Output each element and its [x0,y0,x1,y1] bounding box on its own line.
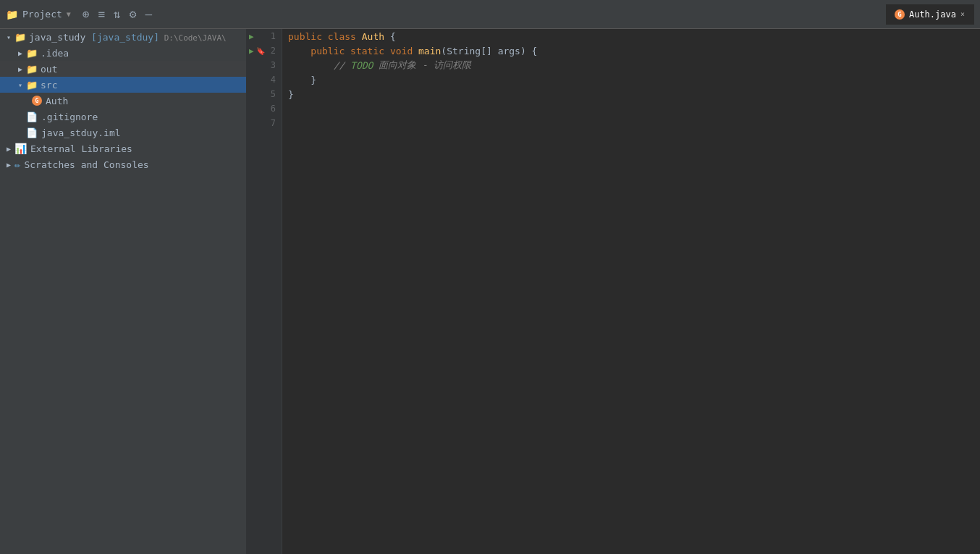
scratches-icon: ✏️ [14,159,20,170]
arrow-iml [14,127,26,138]
java-tab-icon: G [895,9,905,20]
code-line-5: } [288,87,980,101]
tree-label-scratches: Scratches and Consoles [24,159,148,170]
arrow-scratches[interactable]: ▶ [3,159,14,170]
project-dropdown-arrow[interactable]: ▼ [67,10,71,18]
add-icon[interactable]: ⊕ [83,7,90,21]
indent-2 [288,46,311,56]
folder-icon-idea: 📁 [26,48,38,59]
extlib-icon: 📊 [14,143,27,154]
brace-close-inner: } [311,75,316,85]
tree-item-idea[interactable]: ▶ 📁 .idea [0,45,246,61]
tree-item-gitignore[interactable]: 📄 .gitignore [0,109,246,125]
arrow-idea[interactable]: ▶ [14,47,26,59]
run-arrow-1[interactable]: ▶ [249,32,254,41]
code-line-6 [288,101,980,116]
arrow-java-study[interactable]: ▾ [3,31,14,43]
line-number-5: 5 [271,89,276,99]
tab-close-button[interactable]: × [960,10,965,18]
code-line-7 [288,116,980,130]
arrow-gitignore [14,111,26,122]
tree-item-scratches[interactable]: ▶ ✏️ Scratches and Consoles [0,156,246,172]
arrow-auth [26,95,32,106]
class-auth: Auth [362,31,390,42]
code-line-4: } [288,72,980,87]
bookmark-2[interactable]: 🔖 [256,47,265,55]
file-icon-iml: 📄 [26,127,38,138]
line-number-4: 4 [271,75,276,85]
comment-todo-keyword: TODO [350,60,379,71]
project-header[interactable]: 📁 Project ▼ [6,9,71,20]
tree-item-src[interactable]: ▾ 📁 src [0,77,246,93]
brace-open-2: { [532,46,538,56]
collapse-all-icon[interactable]: ≡ [98,7,105,21]
project-label: Project [22,9,62,20]
line-number-7: 7 [271,118,276,128]
tree-label-src: src [41,80,57,91]
arrow-extlib[interactable]: ▶ [3,143,14,154]
tree-item-extlib[interactable]: ▶ 📊 External Libraries [0,140,246,156]
indent-4 [288,75,311,85]
type-string: String [447,46,481,56]
gutter-line-2: ▶ 🔖 2 [246,43,282,58]
comment-slash: // [334,60,350,71]
gutter-line-4: 4 [246,72,282,87]
brace-open-1: { [390,31,396,42]
folder-icon-src: 📁 [26,80,38,91]
folder-icon-out: 📁 [26,64,38,75]
tree-label-java-study: java_study [java_stduy] D:\Code\JAVA\ [29,32,227,43]
code-line-3: // TODO 面向对象 - 访问权限 [288,58,980,72]
tree-item-auth[interactable]: G Auth [0,93,246,109]
run-arrow-2[interactable]: ▶ [249,46,254,56]
gutter-line-5: 5 [246,87,282,101]
kw-public-1: public [288,31,328,42]
code-line-1: public class Auth { [288,29,980,43]
tree-label-idea: .idea [41,48,69,59]
tree-label-auth: Auth [46,96,68,106]
line-number-6: 6 [271,104,276,114]
file-icon-gitignore: 📄 [26,112,38,122]
bracket: [] [481,46,497,56]
tree-label-gitignore: .gitignore [41,112,98,122]
titlebar: 📁 Project ▼ ⊕ ≡ ⇅ ⚙ — G Auth.java × [0,0,980,29]
java-file-icon-auth: G [32,96,42,106]
indent-3 [288,60,334,71]
paren-close: ) [520,46,532,56]
folder-icon-root: 📁 [14,32,26,43]
code-area[interactable]: public class Auth { public static void m… [282,29,980,554]
editor-content: ▶ 1 ▶ 🔖 2 3 4 5 [246,29,980,554]
gutter-line-1: ▶ 1 [246,29,282,43]
tab-bar-area: G Auth.java × [886,4,974,25]
gutter-line-6: 6 [246,101,282,116]
editor-panel[interactable]: ▶ 1 ▶ 🔖 2 3 4 5 [246,29,980,554]
line-number-3: 3 [271,60,276,70]
kw-class: class [328,31,362,42]
minimize-icon[interactable]: — [145,7,152,21]
kw-void: void [390,46,418,56]
gutter-line-7: 7 [246,116,282,130]
gutter-line-3: 3 [246,58,282,72]
auth-java-tab[interactable]: G Auth.java × [886,4,974,25]
sort-icon[interactable]: ⇅ [114,7,121,21]
kw-static: static [350,46,390,56]
project-folder-icon: 📁 [6,9,18,20]
arrow-src[interactable]: ▾ [14,79,26,91]
fn-main: main [418,46,441,56]
settings-icon[interactable]: ⚙ [130,7,137,21]
paren-open: ( [441,46,447,56]
editor-gutter: ▶ 1 ▶ 🔖 2 3 4 5 [246,29,282,554]
line-number-2: 2 [271,46,276,56]
arrow-out[interactable]: ▶ [14,63,26,75]
main-layout: ▾ 📁 java_study [java_stduy] D:\Code\JAVA… [0,29,980,554]
brace-close-outer: } [288,89,294,100]
tab-filename: Auth.java [909,9,956,20]
tree-label-extlib: External Libraries [30,143,132,154]
tree-item-java-study[interactable]: ▾ 📁 java_study [java_stduy] D:\Code\JAVA… [0,29,246,45]
param-args: args [498,46,520,56]
tree-item-out[interactable]: ▶ 📁 out [0,61,246,77]
titlebar-action-icons: ⊕ ≡ ⇅ ⚙ — [83,7,152,21]
tree-label-out: out [41,64,57,75]
tree-item-iml[interactable]: 📄 java_stduy.iml [0,125,246,140]
project-tree: ▾ 📁 java_study [java_stduy] D:\Code\JAVA… [0,29,246,554]
kw-public-2: public [311,46,350,56]
